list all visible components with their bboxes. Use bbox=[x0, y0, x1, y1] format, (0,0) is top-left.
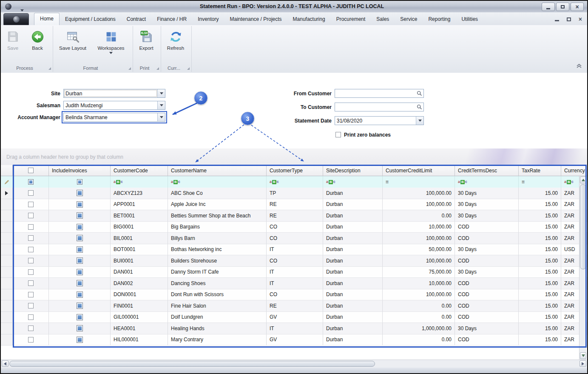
select-row-cell[interactable] bbox=[13, 233, 49, 244]
select-all-checkbox[interactable] bbox=[28, 168, 34, 173]
account-manager-dropdown-icon[interactable] bbox=[157, 113, 165, 121]
scroll-left-button[interactable] bbox=[2, 360, 9, 367]
format-group-launcher-icon[interactable] bbox=[128, 67, 131, 70]
table-row[interactable]: HEA0001 Healing Hands IT Durban 1,000,00… bbox=[1, 323, 588, 334]
tab-procurement[interactable]: Procurement bbox=[331, 13, 371, 25]
print-zero-balances-checkbox[interactable] bbox=[335, 132, 341, 137]
include-invoices-checkbox[interactable] bbox=[77, 314, 83, 320]
horizontal-scroll-thumb[interactable] bbox=[9, 361, 375, 367]
to-customer-search-icon[interactable] bbox=[415, 103, 423, 111]
include-invoices-cell[interactable] bbox=[49, 199, 111, 211]
row-checkbox[interactable] bbox=[28, 247, 34, 252]
filter-customer-type-cell[interactable]: aBc bbox=[267, 176, 323, 188]
table-row[interactable]: BUI0001 Builders Storehouse CO Durban 10… bbox=[1, 255, 588, 267]
select-row-cell[interactable] bbox=[13, 278, 49, 289]
vertical-scrollbar[interactable] bbox=[579, 176, 587, 360]
site-select[interactable]: Durban bbox=[63, 89, 165, 98]
include-invoices-checkbox[interactable] bbox=[77, 201, 83, 208]
filter-credit-limit-cell[interactable]: = bbox=[383, 176, 455, 188]
table-row[interactable]: FIN0001 Fine Hair Salon RE Durban 0.00 C… bbox=[1, 300, 588, 312]
include-invoices-cell[interactable] bbox=[49, 188, 111, 199]
text-filter-icon[interactable]: aBc bbox=[270, 180, 279, 184]
include-invoices-cell[interactable] bbox=[49, 233, 111, 244]
table-row[interactable]: DAN002 Dancing Shoes IT Durban 10,000.00… bbox=[1, 278, 588, 289]
text-filter-icon[interactable]: aBc bbox=[564, 180, 574, 184]
include-invoices-cell[interactable] bbox=[49, 267, 111, 278]
to-customer-input[interactable] bbox=[335, 103, 424, 111]
from-customer-search-icon[interactable] bbox=[415, 89, 423, 97]
minimize-button[interactable] bbox=[542, 3, 555, 11]
account-manager-select[interactable]: Belinda Sharmane bbox=[63, 113, 165, 122]
workspaces-dropdown-icon[interactable] bbox=[109, 52, 113, 54]
salesman-dropdown-icon[interactable] bbox=[157, 101, 165, 109]
table-row[interactable]: BIG0001 Big Bargains CO Durban 10,000.00… bbox=[1, 222, 588, 233]
include-invoices-checkbox[interactable] bbox=[77, 190, 83, 196]
equals-filter-icon[interactable]: = bbox=[522, 179, 525, 185]
row-checkbox[interactable] bbox=[28, 292, 34, 297]
include-invoices-cell[interactable] bbox=[49, 323, 111, 334]
table-row[interactable]: DON0001 Dont Run with Scissors CO Durban… bbox=[1, 289, 588, 301]
ribbon-restore-icon[interactable] bbox=[567, 17, 571, 21]
column-header-customer-name[interactable]: CustomerName bbox=[168, 165, 267, 176]
workspaces-button[interactable]: Workspaces bbox=[93, 29, 129, 54]
column-header-customer-type[interactable]: CustomerType bbox=[267, 165, 323, 176]
back-button[interactable]: Back bbox=[26, 29, 49, 51]
select-row-cell[interactable] bbox=[13, 255, 49, 267]
column-header-credit-limit[interactable]: CustomerCreditLimit bbox=[383, 165, 455, 176]
collapse-ribbon-icon[interactable] bbox=[576, 62, 582, 70]
save-layout-button[interactable]: Save Layout bbox=[56, 29, 89, 51]
select-row-cell[interactable] bbox=[13, 334, 49, 346]
include-invoices-cell[interactable] bbox=[49, 289, 111, 301]
ribbon-minimize-icon[interactable] bbox=[555, 20, 559, 21]
include-invoices-cell[interactable] bbox=[49, 210, 111, 222]
tab-equipment-locations[interactable]: Equipment / Locations bbox=[60, 13, 121, 25]
tab-manufacturing[interactable]: Manufacturing bbox=[287, 13, 331, 25]
filter-site-description-cell[interactable]: aBc bbox=[323, 176, 383, 188]
text-filter-icon[interactable]: aBc bbox=[171, 180, 180, 184]
tab-sales[interactable]: Sales bbox=[371, 13, 395, 25]
scroll-right-button[interactable] bbox=[579, 360, 586, 367]
text-filter-icon[interactable]: aBc bbox=[458, 180, 467, 184]
tab-reporting[interactable]: Reporting bbox=[423, 13, 456, 25]
filter-credit-terms-cell[interactable]: aBc bbox=[455, 176, 519, 188]
include-invoices-cell[interactable] bbox=[49, 222, 111, 233]
close-button[interactable]: × bbox=[571, 3, 584, 11]
tab-inventory[interactable]: Inventory bbox=[192, 13, 224, 25]
table-row[interactable]: DAN001 Danny Storm IT Cafe IT Durban 75,… bbox=[1, 267, 588, 278]
statement-date-select[interactable]: 31/08/2020 bbox=[335, 116, 424, 125]
filter-tax-rate-cell[interactable]: = bbox=[519, 176, 561, 188]
table-row[interactable]: ABCXYZ123 ABC Shoe Co TP Durban 100,000.… bbox=[1, 188, 588, 199]
tab-finance-hr[interactable]: Finance / HR bbox=[151, 13, 192, 25]
select-row-cell[interactable] bbox=[13, 210, 49, 222]
tab-service[interactable]: Service bbox=[395, 13, 423, 25]
select-all-header[interactable] bbox=[13, 165, 49, 176]
include-invoices-checkbox[interactable] bbox=[77, 291, 83, 298]
table-row[interactable]: GIL000001 Dolf Lundgren GV Durban 0.00 C… bbox=[1, 312, 588, 323]
row-checkbox[interactable] bbox=[28, 337, 34, 343]
tab-home[interactable]: Home bbox=[34, 13, 60, 25]
table-row[interactable]: BIL0001 Billys Barn CO Durban 100,000.00… bbox=[1, 233, 588, 244]
select-row-cell[interactable] bbox=[13, 222, 49, 233]
scroll-down-button[interactable] bbox=[580, 352, 586, 359]
select-row-cell[interactable] bbox=[13, 188, 49, 199]
include-invoices-checkbox[interactable] bbox=[77, 337, 83, 343]
currency-group-launcher-icon[interactable] bbox=[187, 67, 190, 70]
row-checkbox[interactable] bbox=[28, 258, 34, 263]
include-invoices-cell[interactable] bbox=[49, 255, 111, 267]
column-header-customer-code[interactable]: CustomerCode bbox=[111, 165, 168, 176]
salesman-select[interactable]: Judith Mudzengi bbox=[63, 101, 165, 110]
table-row[interactable]: BET0001 Betties Summer Shop at the Beach… bbox=[1, 210, 588, 222]
refresh-button[interactable]: Refresh bbox=[162, 29, 189, 51]
app-icon[interactable] bbox=[5, 3, 11, 10]
filter-customer-code-cell[interactable]: aBc bbox=[111, 176, 168, 188]
include-invoices-checkbox[interactable] bbox=[77, 224, 83, 230]
row-checkbox[interactable] bbox=[28, 224, 34, 230]
include-invoices-checkbox[interactable] bbox=[77, 257, 83, 264]
column-header-site-description[interactable]: SiteDescription bbox=[323, 165, 383, 176]
row-checkbox[interactable] bbox=[28, 280, 34, 286]
include-invoices-cell[interactable] bbox=[49, 334, 111, 346]
table-row[interactable]: HIL000001 Mary Contrary GV Durban 0.00 C… bbox=[1, 334, 588, 346]
column-header-currency[interactable]: Currency bbox=[561, 165, 588, 176]
select-row-cell[interactable] bbox=[13, 244, 49, 256]
filter-include-invoices-cell[interactable] bbox=[49, 176, 111, 188]
